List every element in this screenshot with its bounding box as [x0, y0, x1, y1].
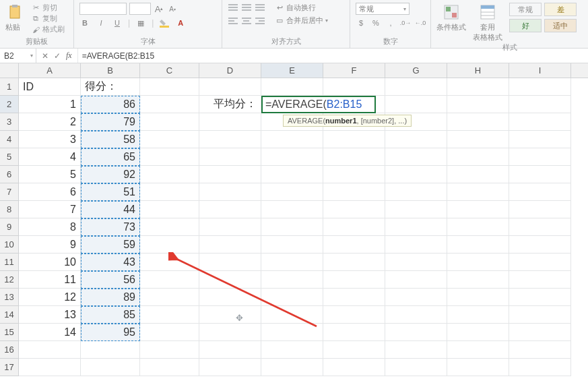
cell[interactable]: [447, 96, 509, 113]
cell[interactable]: [140, 131, 199, 148]
cell[interactable]: [447, 306, 509, 324]
cell[interactable]: [140, 236, 199, 254]
cell[interactable]: 92: [81, 166, 140, 183]
cell[interactable]: [509, 183, 571, 201]
format-as-table-button[interactable]: 套用 表格格式: [473, 3, 502, 42]
align-left-button[interactable]: [228, 16, 238, 27]
cell[interactable]: 86: [81, 96, 140, 113]
cell[interactable]: [385, 96, 447, 113]
merge-center-button[interactable]: ▭ 合并后居中 ▾: [275, 16, 328, 26]
cell[interactable]: [140, 166, 199, 183]
cell[interactable]: 10: [19, 254, 81, 271]
cell[interactable]: [509, 113, 571, 131]
cell[interactable]: [447, 131, 509, 148]
col-header-B[interactable]: B: [81, 63, 140, 78]
align-top-button[interactable]: [228, 3, 238, 13]
cell[interactable]: [261, 236, 323, 254]
col-header-C[interactable]: C: [140, 63, 199, 78]
cell[interactable]: [140, 78, 199, 96]
cell-style-normal[interactable]: 常规: [509, 3, 542, 16]
cell[interactable]: [140, 324, 199, 341]
border-button[interactable]: ▦: [135, 18, 146, 28]
cut-button[interactable]: ✂ 剪切: [31, 3, 65, 13]
cell[interactable]: [140, 341, 199, 359]
fill-color-button[interactable]: [159, 18, 170, 28]
cell[interactable]: [19, 341, 81, 359]
copy-button[interactable]: ⧉ 复制: [31, 13, 65, 24]
fx-icon[interactable]: fx: [66, 51, 72, 61]
cell[interactable]: [447, 236, 509, 254]
cell[interactable]: [261, 341, 323, 359]
row-header[interactable]: 17: [0, 359, 19, 376]
row-header[interactable]: 15: [0, 324, 19, 341]
wrap-text-button[interactable]: ↩ 自动换行: [275, 3, 328, 13]
cell[interactable]: 8: [19, 218, 81, 236]
cell[interactable]: [509, 78, 571, 96]
cell[interactable]: 73: [81, 218, 140, 236]
cell[interactable]: ID: [19, 78, 81, 96]
cell[interactable]: [509, 201, 571, 218]
increase-decimal-button[interactable]: .0→: [400, 18, 411, 28]
cell[interactable]: [140, 359, 199, 376]
cancel-formula-button[interactable]: ✕: [42, 51, 48, 61]
cell[interactable]: 6: [19, 183, 81, 201]
cell[interactable]: [385, 341, 447, 359]
row-header[interactable]: 2: [0, 96, 19, 113]
cell[interactable]: 65: [81, 148, 140, 166]
row-header[interactable]: 13: [0, 289, 19, 306]
decrease-decimal-button[interactable]: ←.0: [415, 18, 426, 28]
cell[interactable]: [385, 236, 447, 254]
align-bottom-button[interactable]: [255, 3, 265, 13]
cell[interactable]: [81, 359, 140, 376]
currency-button[interactable]: $: [356, 18, 366, 28]
col-header-E[interactable]: E: [261, 63, 323, 78]
cell[interactable]: [323, 271, 385, 289]
cell[interactable]: [261, 271, 323, 289]
cell[interactable]: [140, 254, 199, 271]
cell[interactable]: [323, 306, 385, 324]
cell[interactable]: [447, 271, 509, 289]
cell[interactable]: [199, 218, 261, 236]
cell-style-good[interactable]: 好: [509, 19, 542, 32]
comma-button[interactable]: ,: [385, 18, 396, 28]
cell[interactable]: 平均分：: [199, 96, 261, 113]
cell[interactable]: [509, 306, 571, 324]
underline-button[interactable]: U: [112, 18, 123, 28]
cell[interactable]: [509, 96, 571, 113]
font-size-combo[interactable]: [129, 3, 151, 15]
cell[interactable]: [323, 324, 385, 341]
cell[interactable]: [199, 324, 261, 341]
cell[interactable]: [509, 131, 571, 148]
cell[interactable]: 3: [19, 131, 81, 148]
font-name-combo[interactable]: [79, 3, 127, 15]
cell[interactable]: [509, 166, 571, 183]
cell[interactable]: [323, 78, 385, 96]
col-header-A[interactable]: A: [19, 63, 81, 78]
align-center-button[interactable]: [241, 16, 252, 27]
cell[interactable]: [385, 183, 447, 201]
cell[interactable]: 11: [19, 271, 81, 289]
align-right-button[interactable]: [255, 16, 265, 27]
cell[interactable]: [323, 359, 385, 376]
row-header[interactable]: 16: [0, 341, 19, 359]
cell[interactable]: [199, 183, 261, 201]
cell[interactable]: [140, 96, 199, 113]
cell[interactable]: 85: [81, 306, 140, 324]
cell[interactable]: 7: [19, 201, 81, 218]
cell-style-neutral[interactable]: 适中: [544, 19, 577, 32]
cell[interactable]: 13: [19, 306, 81, 324]
cell[interactable]: [199, 236, 261, 254]
cell[interactable]: [199, 359, 261, 376]
row-header[interactable]: 12: [0, 271, 19, 289]
cell[interactable]: [199, 271, 261, 289]
accept-formula-button[interactable]: ✓: [54, 51, 61, 61]
cell[interactable]: [509, 148, 571, 166]
cell[interactable]: [447, 218, 509, 236]
format-painter-button[interactable]: 🖌 格式刷: [31, 24, 65, 34]
row-header[interactable]: 9: [0, 218, 19, 236]
cell[interactable]: [140, 289, 199, 306]
cell[interactable]: [447, 359, 509, 376]
cell[interactable]: [509, 359, 571, 376]
cell[interactable]: [323, 166, 385, 183]
row-header[interactable]: 5: [0, 148, 19, 166]
